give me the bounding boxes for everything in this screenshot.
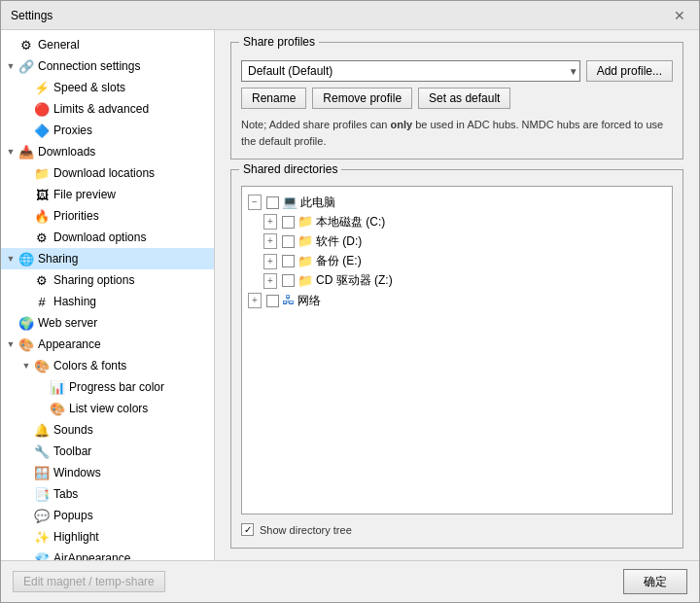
toggle-highlight (20, 531, 32, 543)
dir-toggle-cd-drive-z: + (263, 273, 277, 289)
sidebar-item-sharing-options[interactable]: ⚙Sharing options (1, 269, 214, 291)
sidebar-item-windows[interactable]: 🪟Windows (1, 462, 214, 483)
dir-checkbox-network[interactable] (266, 295, 279, 307)
sidebar: ⚙General▼🔗Connection settings⚡Speed & sl… (1, 30, 215, 560)
toggle-downloads: ▼ (5, 146, 17, 158)
toggle-proxies (20, 124, 32, 136)
label-toolbar: Toolbar (53, 444, 91, 458)
label-sharing-options: Sharing options (53, 273, 134, 287)
toggle-progress-bar-color (36, 381, 48, 393)
label-download-options: Download options (53, 231, 146, 244)
icon-file-preview: 🖼 (34, 187, 50, 202)
sidebar-item-web-server[interactable]: 🌍Web server (1, 312, 214, 334)
dir-icon-backup-e: 📁 (298, 253, 313, 270)
set-as-default-button[interactable]: Set as default (418, 88, 510, 109)
toggle-sharing-options (20, 274, 32, 286)
toggle-sounds (20, 424, 32, 436)
dir-checkbox-this-pc[interactable] (266, 196, 279, 209)
shared-dirs-container: −💻此电脑+📁本地磁盘 (C:)+📁软件 (D:)+📁备份 (E:)+📁CD 驱… (241, 186, 673, 538)
show-directory-tree-checkbox[interactable] (241, 523, 254, 536)
label-connection-settings: Connection settings (38, 59, 140, 73)
icon-general: ⚙ (18, 37, 34, 53)
remove-profile-button[interactable]: Remove profile (312, 88, 412, 109)
dir-item-this-pc[interactable]: −💻此电脑 (248, 193, 666, 212)
sidebar-item-hashing[interactable]: #️Hashing (1, 291, 214, 312)
titlebar: Settings ✕ (1, 1, 699, 30)
sidebar-item-download-locations[interactable]: 📁Download locations (1, 162, 214, 184)
label-file-preview: File preview (53, 188, 116, 201)
sidebar-item-download-options[interactable]: ⚙Download options (1, 227, 214, 248)
label-priorities: Priorities (53, 209, 99, 223)
sidebar-item-popups[interactable]: 💬Popups (1, 505, 214, 526)
icon-downloads: 📥 (18, 144, 34, 160)
icon-popups: 💬 (34, 508, 50, 523)
icon-download-options: ⚙ (34, 230, 50, 245)
add-profile-button[interactable]: Add profile... (586, 60, 673, 82)
profile-buttons-row: Rename Remove profile Set as default (241, 88, 673, 109)
profile-dropdown[interactable]: Default (Default) (241, 60, 580, 82)
sidebar-item-general[interactable]: ⚙General (1, 34, 214, 55)
sidebar-item-airappearance[interactable]: 💎AirAppearance (1, 548, 214, 560)
label-web-server: Web server (38, 316, 97, 330)
icon-list-view-colors: 🎨 (50, 401, 65, 416)
dir-checkbox-backup-e[interactable] (282, 255, 295, 267)
toggle-hashing (20, 296, 32, 307)
dir-item-software-d[interactable]: +📁软件 (D:) (248, 231, 666, 251)
dir-item-network[interactable]: +🖧网络 (248, 291, 666, 310)
toggle-sharing: ▼ (5, 253, 17, 265)
toggle-list-view-colors (36, 403, 48, 414)
dir-item-backup-e[interactable]: +📁备份 (E:) (248, 252, 666, 271)
sidebar-item-downloads[interactable]: ▼📥Downloads (1, 141, 214, 162)
sidebar-item-priorities[interactable]: 🔥Priorities (1, 205, 214, 227)
dir-label-cd-drive-z: CD 驱动器 (Z:) (316, 272, 393, 289)
sidebar-item-tabs[interactable]: 📑Tabs (1, 483, 214, 505)
sidebar-item-sounds[interactable]: 🔔Sounds (1, 419, 214, 441)
sidebar-item-proxies[interactable]: 🔷Proxies (1, 120, 214, 141)
icon-sharing: 🌐 (18, 251, 34, 266)
main-content: ⚙General▼🔗Connection settings⚡Speed & sl… (1, 30, 699, 560)
sidebar-item-limits-advanced[interactable]: 🔴Limits & advanced (1, 98, 214, 120)
dir-checkbox-local-c[interactable] (282, 216, 295, 229)
shared-dirs-title: Shared directories (239, 162, 341, 176)
sidebar-item-file-preview[interactable]: 🖼File preview (1, 184, 214, 205)
toggle-windows (20, 467, 32, 479)
sidebar-item-appearance[interactable]: ▼🎨Appearance (1, 334, 214, 355)
dir-toggle-local-c: + (263, 214, 277, 230)
sidebar-item-colors-fonts[interactable]: ▼🎨Colors & fonts (1, 355, 214, 376)
dir-icon-software-d: 📁 (298, 232, 313, 250)
share-profiles-group: Share profiles Default (Default) ▼ Add p… (230, 42, 683, 160)
note-text-before: Note; Added share profiles can (241, 119, 390, 130)
label-colors-fonts: Colors & fonts (53, 359, 126, 372)
icon-appearance: 🎨 (18, 337, 34, 352)
profile-select-row: Default (Default) ▼ Add profile... (241, 60, 673, 82)
dir-label-software-d: 软件 (D:) (316, 233, 362, 250)
dir-item-local-c[interactable]: +📁本地磁盘 (C:) (248, 212, 666, 231)
label-progress-bar-color: Progress bar color (69, 380, 164, 394)
sidebar-item-connection-settings[interactable]: ▼🔗Connection settings (1, 55, 214, 77)
dir-icon-network: 🖧 (282, 292, 295, 309)
dir-checkbox-cd-drive-z[interactable] (282, 274, 295, 287)
toggle-file-preview (20, 189, 32, 200)
toggle-appearance: ▼ (5, 338, 17, 350)
dir-item-cd-drive-z[interactable]: +📁CD 驱动器 (Z:) (248, 271, 666, 291)
sidebar-item-speed-slots[interactable]: ⚡Speed & slots (1, 77, 214, 98)
dir-checkbox-software-d[interactable] (282, 235, 295, 248)
toggle-download-locations (20, 167, 32, 179)
icon-progress-bar-color: 📊 (50, 379, 65, 395)
show-directory-tree-label: Show directory tree (260, 522, 352, 539)
dir-toggle-backup-e: + (263, 254, 277, 269)
label-windows: Windows (53, 466, 101, 479)
close-button[interactable]: ✕ (670, 6, 689, 25)
sidebar-item-sharing[interactable]: ▼🌐Sharing (1, 248, 214, 269)
label-limits-advanced: Limits & advanced (53, 102, 149, 116)
sidebar-item-highlight[interactable]: ✨Highlight (1, 526, 214, 548)
icon-colors-fonts: 🎨 (34, 358, 50, 373)
icon-speed-slots: ⚡ (34, 80, 50, 95)
ok-button[interactable]: 确定 (623, 569, 687, 594)
sidebar-item-progress-bar-color[interactable]: 📊Progress bar color (1, 376, 214, 398)
rename-button[interactable]: Rename (241, 88, 306, 109)
profile-select-wrapper: Default (Default) ▼ (241, 60, 580, 82)
sidebar-item-list-view-colors[interactable]: 🎨List view colors (1, 398, 214, 419)
sidebar-item-toolbar[interactable]: 🔧Toolbar (1, 441, 214, 462)
toggle-download-options (20, 231, 32, 243)
